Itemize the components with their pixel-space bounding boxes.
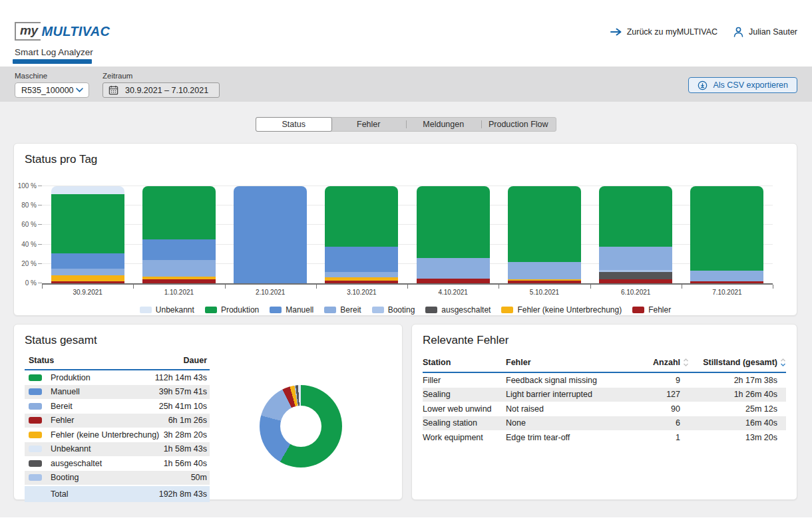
tab-fehler[interactable]: Fehler — [331, 118, 407, 131]
legend-swatch — [205, 307, 217, 313]
chevron-down-icon — [76, 88, 83, 92]
x-tick-label: 2.10.2021 — [225, 289, 316, 296]
donut-chart-area — [210, 354, 391, 502]
legend-swatch — [425, 307, 437, 313]
x-tick-label: 5.10.2021 — [499, 289, 590, 296]
sort-arrows-icon — [683, 358, 689, 366]
x-tick-label: 1.10.2021 — [133, 289, 224, 296]
x-tick-label: 30.9.2021 — [42, 289, 133, 296]
error-row: FillerFeedback signal missing92h 17m 38s — [423, 373, 786, 388]
status-donut-chart — [260, 385, 342, 467]
machine-select-value: R535_100000 — [21, 86, 74, 95]
anzahl-column-header[interactable]: Anzahl — [649, 358, 689, 367]
legend-item: Produktion — [205, 305, 259, 315]
y-tick-label: 20 % — [10, 260, 37, 267]
logo-my-text: my — [15, 22, 41, 41]
x-tick-label: 3.10.2021 — [316, 289, 407, 296]
status-row: Bereit25h 41m 10s — [25, 399, 210, 414]
legend-item: Bereit — [324, 305, 361, 315]
stacked-bar — [407, 186, 499, 283]
machine-select[interactable]: R535_100000 — [15, 82, 89, 98]
fehler-column-header: Fehler — [506, 358, 649, 367]
status-row: ausgeschaltet1h 56m 40s — [25, 456, 210, 471]
tab-meldungen[interactable]: Meldungen — [406, 118, 481, 131]
status-swatch — [29, 403, 42, 410]
stacked-bar — [133, 186, 224, 283]
app-header: my MULTIVAC Smart Log Analyzer Zurück zu… — [0, 0, 812, 66]
status-row: Manuell39h 57m 41s — [25, 385, 210, 400]
status-swatch — [29, 388, 42, 395]
view-tabs: Status Fehler Meldungen Production Flow — [256, 117, 556, 132]
user-menu[interactable]: Julian Sauter — [733, 27, 797, 37]
error-table-header: Station Fehler Anzahl Stillstand (gesamt… — [423, 355, 786, 373]
stacked-bar — [316, 186, 407, 283]
status-per-day-card: Status pro Tag 0 %20 %40 %60 %80 %100 % … — [13, 143, 797, 316]
tab-production-flow[interactable]: Production Flow — [481, 118, 556, 131]
sort-arrows-desc-icon — [780, 358, 786, 366]
legend-item: ausgeschaltet — [425, 305, 491, 315]
y-tick-label: 100 % — [10, 182, 37, 190]
x-axis-labels: 30.9.20211.10.20212.10.20213.10.20214.10… — [42, 289, 773, 296]
brand-logo: my MULTIVAC — [15, 22, 110, 41]
y-tick-label: 60 % — [10, 221, 37, 228]
main-content: Status Fehler Meldungen Production Flow … — [0, 102, 812, 517]
stillstand-column-header[interactable]: Stillstand (gesamt) — [689, 358, 786, 367]
error-row: Work equipmentEdge trim tear-off113m 20s — [423, 430, 786, 445]
legend-item: Manuell — [270, 305, 313, 315]
period-filter-group: Zeitraum 30.9.2021 – 7.10.2021 — [102, 72, 220, 102]
legend-item: Booting — [372, 305, 415, 315]
status-per-day-title: Status pro Tag — [25, 153, 786, 166]
legend-swatch — [501, 307, 513, 313]
dauer-column-header: Dauer — [184, 356, 207, 365]
stacked-bar — [590, 186, 682, 283]
status-table-header: Status Dauer — [25, 354, 210, 370]
export-csv-button[interactable]: Als CSV exportieren — [688, 77, 797, 93]
filter-bar: Maschine R535_100000 Zeitraum 30.9.2021 … — [0, 66, 812, 102]
stacked-bar-chart: 0 %20 %40 %60 %80 %100 % 30.9.20211.10.2… — [42, 186, 773, 296]
active-tab-underline — [13, 59, 92, 64]
download-circle-icon — [698, 80, 708, 90]
stacked-bar — [42, 186, 133, 283]
status-row: Produktion112h 14m 43s — [25, 370, 210, 385]
user-name: Julian Sauter — [749, 27, 797, 37]
status-row: Total192h 8m 43s — [25, 486, 210, 502]
legend-swatch — [270, 307, 282, 313]
stacked-bar — [499, 186, 590, 283]
tab-smart-log-analyzer[interactable]: Smart Log Analyzer — [15, 47, 93, 57]
error-row: Sealing stationNone616m 40s — [423, 416, 786, 431]
y-tick-label: 80 % — [10, 201, 37, 209]
legend-swatch — [372, 307, 384, 313]
x-tick-label: 4.10.2021 — [407, 289, 499, 296]
status-swatch — [29, 446, 42, 452]
status-swatch — [29, 460, 42, 467]
period-label: Zeitraum — [102, 72, 220, 80]
tab-status[interactable]: Status — [256, 117, 332, 132]
station-column-header: Station — [423, 358, 506, 367]
status-swatch — [29, 474, 42, 481]
error-row: SealingLight barrier interrupted1271h 26… — [423, 388, 786, 402]
back-to-mymultivac-link[interactable]: Zurück zu myMULTIVAC — [610, 27, 717, 37]
machine-filter-group: Maschine R535_100000 — [15, 72, 89, 102]
status-total-title: Status gesamt — [25, 334, 391, 347]
back-link-label: Zurück zu myMULTIVAC — [627, 27, 717, 37]
legend-swatch — [140, 307, 152, 313]
legend-item: Fehler (keine Unterbrechung) — [501, 305, 622, 315]
status-swatch — [29, 417, 42, 424]
stacked-bar — [225, 186, 316, 283]
export-csv-label: Als CSV exportieren — [713, 80, 788, 90]
page-bottom-spacer — [0, 517, 812, 532]
person-icon — [733, 27, 743, 37]
status-row: Fehler6h 1m 26s — [25, 414, 210, 428]
calendar-icon — [108, 85, 118, 95]
arrow-right-icon — [610, 28, 622, 36]
legend-item: Unbekannt — [140, 305, 194, 315]
status-table-body: Produktion112h 14m 43sManuell39h 57m 41s… — [25, 370, 210, 502]
logo-brand-text: MULTIVAC — [41, 24, 110, 39]
period-date-range-input[interactable]: 30.9.2021 – 7.10.2021 — [102, 82, 220, 98]
status-row: Unbekannt1h 58m 43s — [25, 442, 210, 457]
status-swatch — [29, 374, 42, 381]
error-table-body: FillerFeedback signal missing92h 17m 38s… — [423, 373, 786, 445]
chart-legend: UnbekanntProduktionManuellBereitBootinga… — [25, 305, 786, 315]
x-tick-label: 7.10.2021 — [682, 289, 773, 296]
relevant-errors-title: Relevante Fehler — [423, 334, 786, 347]
